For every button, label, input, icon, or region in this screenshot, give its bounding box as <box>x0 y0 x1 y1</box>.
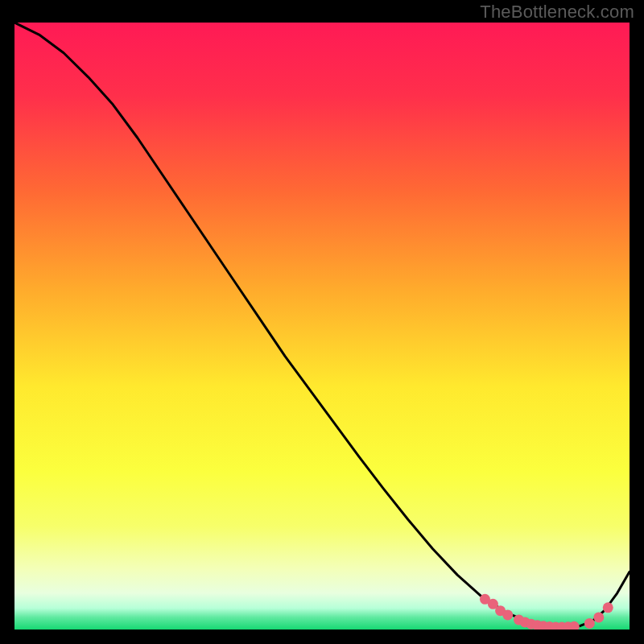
data-marker <box>502 609 513 620</box>
data-marker <box>603 602 613 613</box>
plot-area <box>14 23 630 630</box>
data-marker <box>593 612 604 622</box>
curve-layer <box>14 23 630 630</box>
attribution-text: TheBottleneck.com <box>480 2 634 23</box>
data-marker <box>584 618 595 629</box>
bottleneck-curve <box>14 23 630 627</box>
